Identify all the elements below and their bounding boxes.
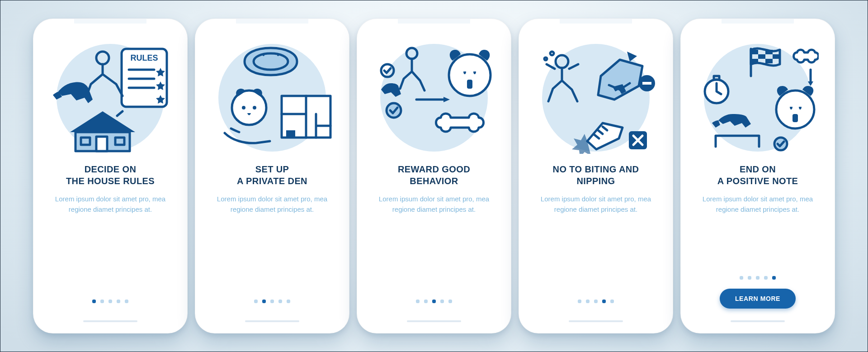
page-dots (254, 300, 290, 303)
learn-more-button[interactable]: LEARN MORE (720, 289, 796, 309)
side-button (511, 105, 511, 120)
page-dot[interactable] (92, 300, 96, 303)
house-rules-icon (49, 42, 171, 154)
home-indicator (569, 320, 623, 322)
screen-body: Lorem ipsum dolor sit amet pro, mea regi… (215, 194, 329, 214)
home-indicator (407, 320, 461, 322)
page-dot[interactable] (772, 276, 776, 280)
screen-title: REWARD GOODBEHAVIOR (398, 164, 470, 187)
side-button-left (33, 69, 33, 81)
home-indicator (731, 320, 785, 322)
home-indicator (83, 320, 137, 322)
phone-den: SET UPA PRIVATE DEN Lorem ipsum dolor si… (195, 19, 349, 333)
screen: DECIDE ONTHE HOUSE RULES Lorem ipsum dol… (38, 24, 183, 328)
page-dot[interactable] (586, 300, 590, 303)
page-dot[interactable] (287, 300, 290, 303)
side-button (835, 105, 835, 120)
screen: END ONA POSITIVE NOTE Lorem ipsum dolor … (685, 24, 830, 328)
side-button-left (680, 69, 681, 81)
page-dot[interactable] (262, 300, 266, 303)
page-dot[interactable] (740, 276, 743, 280)
page-dots (92, 300, 128, 303)
phone-biting: NO TO BITING ANDNIPPING Lorem ipsum dolo… (519, 19, 673, 333)
page-dot[interactable] (100, 300, 104, 303)
screen: NO TO BITING ANDNIPPING Lorem ipsum dolo… (524, 24, 668, 328)
side-button (673, 105, 673, 120)
side-button-left (195, 69, 195, 81)
side-button (349, 105, 349, 120)
reward-behavior-icon (373, 42, 495, 154)
page-dot[interactable] (578, 300, 581, 303)
screen: REWARD GOODBEHAVIOR Lorem ipsum dolor si… (362, 24, 506, 328)
screen-title: DECIDE ONTHE HOUSE RULES (66, 164, 155, 187)
page-dot[interactable] (448, 300, 452, 303)
positive-note-icon (697, 42, 819, 154)
side-button (673, 73, 673, 97)
page-dot[interactable] (764, 276, 768, 280)
side-button-left (357, 69, 357, 81)
screen: SET UPA PRIVATE DEN Lorem ipsum dolor si… (200, 24, 344, 328)
screen-title: END ONA POSITIVE NOTE (717, 164, 798, 187)
page-dot[interactable] (594, 300, 598, 303)
side-button (511, 73, 511, 97)
screen-title: NO TO BITING ANDNIPPING (553, 164, 639, 187)
side-button (187, 73, 188, 97)
page-dots (740, 276, 776, 280)
screen-body: Lorem ipsum dolor sit amet pro, mea regi… (539, 194, 653, 214)
page-dot[interactable] (440, 300, 444, 303)
page-dot[interactable] (602, 300, 606, 303)
phones-row: DECIDE ONTHE HOUSE RULES Lorem ipsum dol… (33, 19, 835, 333)
screen-body: Lorem ipsum dolor sit amet pro, mea regi… (53, 194, 167, 214)
page-dot[interactable] (756, 276, 760, 280)
screen-body: Lorem ipsum dolor sit amet pro, mea regi… (701, 194, 815, 214)
side-button-left (519, 69, 519, 81)
page-dot[interactable] (416, 300, 420, 303)
screen-body: Lorem ipsum dolor sit amet pro, mea regi… (377, 194, 491, 214)
page-dots (416, 300, 452, 303)
page-dot[interactable] (270, 300, 274, 303)
page-dot[interactable] (432, 300, 436, 303)
phone-reward: REWARD GOODBEHAVIOR Lorem ipsum dolor si… (357, 19, 511, 333)
page-dot[interactable] (254, 300, 258, 303)
screen-title: SET UPA PRIVATE DEN (237, 164, 307, 187)
page-dot[interactable] (424, 300, 428, 303)
page-dot[interactable] (125, 300, 128, 303)
page-dots (578, 300, 614, 303)
home-indicator (245, 320, 299, 322)
side-button (835, 73, 835, 97)
page-dot[interactable] (748, 276, 751, 280)
private-den-icon (211, 42, 333, 154)
page-dot[interactable] (278, 300, 282, 303)
side-button (349, 73, 349, 97)
page-dot[interactable] (117, 300, 120, 303)
side-button (187, 105, 188, 120)
page-dot[interactable] (610, 300, 614, 303)
phone-positive: END ONA POSITIVE NOTE Lorem ipsum dolor … (680, 19, 835, 333)
page-dot[interactable] (108, 300, 112, 303)
no-biting-icon (535, 42, 657, 154)
phone-rules: DECIDE ONTHE HOUSE RULES Lorem ipsum dol… (33, 19, 188, 333)
